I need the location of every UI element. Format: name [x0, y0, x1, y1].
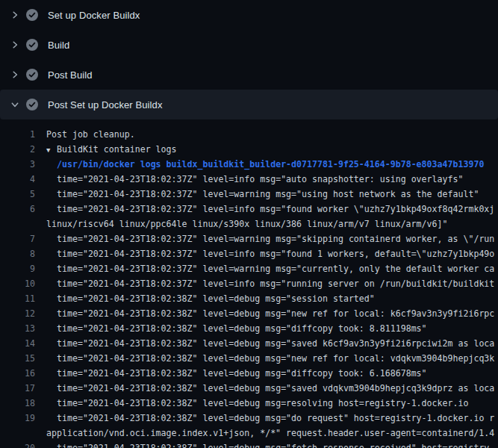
step-list: Set up Docker BuildxBuildPost BuildPost … [0, 0, 498, 119]
triangle-down-icon[interactable]: ▼ [46, 143, 57, 158]
log-line-text: time="2021-04-23T18:02:37Z" level=warnin… [57, 261, 494, 276]
log-line-text: application/vnd.oci.image.index.v1+json,… [46, 426, 494, 441]
log-group-toggle[interactable]: ▼BuildKit container logs [46, 142, 177, 157]
log-line: 15time="2021-04-23T18:02:38Z" level=debu… [0, 351, 498, 366]
log-line-number[interactable]: 19 [0, 411, 35, 426]
log-line: 13time="2021-04-23T18:02:38Z" level=debu… [0, 321, 498, 336]
log-line-text: time="2021-04-23T18:02:38Z" level=debug … [57, 336, 494, 351]
log-pane: 1Post job cleanup.2▼BuildKit container l… [0, 119, 498, 448]
log-line-number[interactable]: 5 [0, 187, 35, 202]
log-line: 2▼BuildKit container logs [0, 142, 498, 157]
log-line: 8time="2021-04-23T18:02:37Z" level=info … [0, 246, 498, 261]
log-line: 14time="2021-04-23T18:02:38Z" level=debu… [0, 336, 498, 351]
log-line: 11time="2021-04-23T18:02:38Z" level=debu… [0, 291, 498, 306]
log-line-number[interactable]: 3 [0, 157, 35, 172]
log-line-text: time="2021-04-23T18:02:37Z" level=info m… [57, 172, 463, 187]
log-line-text: time="2021-04-23T18:02:37Z" level=info m… [57, 202, 494, 217]
log-line-number[interactable]: 17 [0, 381, 35, 396]
log-line-number[interactable]: 2 [0, 142, 35, 157]
log-line-text: time="2021-04-23T18:02:37Z" level=warnin… [57, 187, 479, 202]
log-line: linux/riscv64 linux/ppc64le linux/s390x … [0, 217, 498, 231]
log-line-number[interactable]: 16 [0, 366, 35, 381]
log-line-text: time="2021-04-23T18:02:38Z" level=debug … [57, 306, 494, 321]
step-title: Post Build [48, 69, 93, 81]
log-line: 6time="2021-04-23T18:02:37Z" level=info … [0, 202, 498, 217]
log-line-number[interactable]: 7 [0, 231, 35, 246]
chevron-down-icon[interactable] [10, 100, 19, 109]
log-line: 10time="2021-04-23T18:02:37Z" level=info… [0, 276, 498, 291]
log-line-text: time="2021-04-23T18:02:38Z" level=debug … [57, 411, 494, 426]
log-line: 16time="2021-04-23T18:02:38Z" level=debu… [0, 366, 498, 381]
chevron-right-icon[interactable] [10, 70, 19, 79]
log-line-number[interactable]: 20 [0, 441, 35, 448]
step-title: Set up Docker Buildx [48, 10, 140, 21]
log-line: 12time="2021-04-23T18:02:38Z" level=debu… [0, 306, 498, 321]
log-line: 17time="2021-04-23T18:02:38Z" level=debu… [0, 381, 498, 396]
log-line-number[interactable]: 18 [0, 396, 35, 411]
check-circle-icon [26, 99, 38, 111]
log-line-text: time="2021-04-23T18:02:37Z" level=info m… [57, 276, 494, 291]
chevron-right-icon[interactable] [10, 10, 19, 19]
log-line-number[interactable]: 9 [0, 261, 35, 276]
log-line-text: time="2021-04-23T18:02:38Z" level=debug … [57, 291, 375, 306]
log-line-number[interactable]: 15 [0, 351, 35, 366]
log-line-text: time="2021-04-23T18:02:38Z" level=debug … [57, 366, 427, 381]
log-line: 20time="2021-04-23T18:02:38Z" level=debu… [0, 441, 498, 448]
log-line: 18time="2021-04-23T18:02:38Z" level=debu… [0, 396, 498, 411]
log-command-text: /usr/bin/docker logs buildx_buildkit_bui… [57, 157, 484, 172]
log-line-text: time="2021-04-23T18:02:38Z" level=debug … [57, 351, 494, 366]
log-line-text: time="2021-04-23T18:02:37Z" level=warnin… [57, 231, 494, 246]
log-line: 5time="2021-04-23T18:02:37Z" level=warni… [0, 187, 498, 202]
log-line: application/vnd.oci.image.index.v1+json,… [0, 426, 498, 441]
log-line-number[interactable]: 13 [0, 321, 35, 336]
log-line-text: Post job cleanup. [46, 127, 135, 142]
step-header-build[interactable]: Build [0, 30, 498, 60]
chevron-right-icon[interactable] [10, 40, 19, 49]
log-line-number[interactable]: 6 [0, 202, 35, 217]
log-line-number[interactable]: 12 [0, 306, 35, 321]
log-line-number[interactable]: 14 [0, 336, 35, 351]
log-line: 3/usr/bin/docker logs buildx_buildkit_bu… [0, 157, 498, 172]
log-line-number [0, 217, 35, 231]
actions-log-viewer: Set up Docker BuildxBuildPost BuildPost … [0, 0, 498, 448]
log-line-text: time="2021-04-23T18:02:38Z" level=debug … [57, 381, 494, 396]
log-line: 4time="2021-04-23T18:02:37Z" level=info … [0, 172, 498, 187]
step-header-post-set-up-docker-buildx[interactable]: Post Set up Docker Buildx [0, 90, 498, 119]
log-line-text: linux/riscv64 linux/ppc64le linux/s390x … [46, 217, 447, 231]
log-line-text: time="2021-04-23T18:02:38Z" level=debug … [57, 396, 468, 411]
step-header-set-up-docker-buildx[interactable]: Set up Docker Buildx [0, 0, 498, 30]
log-line-number[interactable]: 1 [0, 127, 35, 142]
check-circle-icon [26, 9, 38, 21]
log-group-label: BuildKit container logs [57, 144, 177, 155]
log-line-number [0, 426, 35, 441]
check-circle-icon [26, 39, 38, 51]
log-line-text: time="2021-04-23T18:02:38Z" level=debug … [57, 441, 494, 448]
log-line: 1Post job cleanup. [0, 127, 498, 142]
step-header-post-build[interactable]: Post Build [0, 60, 498, 90]
log-line: 7time="2021-04-23T18:02:37Z" level=warni… [0, 231, 498, 246]
log-line-number[interactable]: 8 [0, 246, 35, 261]
log-line: 19time="2021-04-23T18:02:38Z" level=debu… [0, 411, 498, 426]
step-title: Post Set up Docker Buildx [48, 99, 163, 111]
log-line-number[interactable]: 4 [0, 172, 35, 187]
step-title: Build [48, 40, 69, 51]
check-circle-icon [26, 69, 38, 81]
log-line-text: time="2021-04-23T18:02:38Z" level=debug … [57, 321, 427, 336]
log-line-text: time="2021-04-23T18:02:37Z" level=info m… [57, 246, 494, 261]
log-line: 9time="2021-04-23T18:02:37Z" level=warni… [0, 261, 498, 276]
log-line-number[interactable]: 11 [0, 291, 35, 306]
log-line-number[interactable]: 10 [0, 276, 35, 291]
